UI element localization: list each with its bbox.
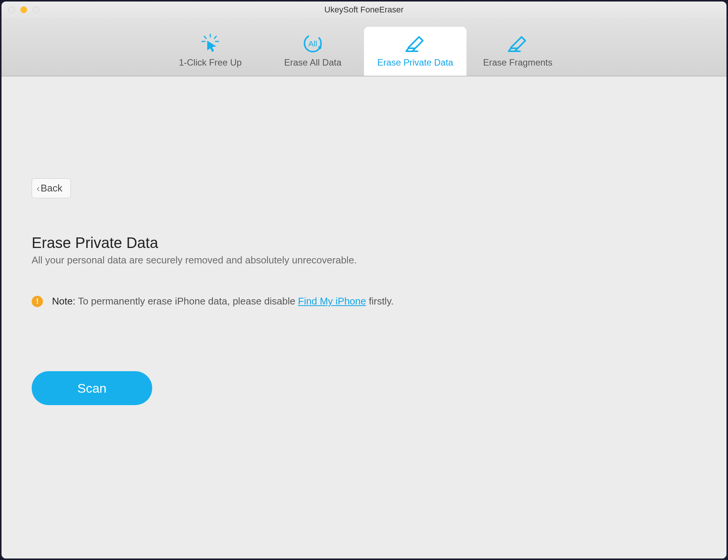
note-row: ! Note: To permanently erase iPhone data… [32, 295, 696, 307]
page-subtitle: All your personal data are securely remo… [32, 254, 696, 266]
tab-label: Erase All Data [284, 57, 341, 68]
main-content: ‹ Back Erase Private Data All your perso… [2, 76, 726, 558]
click-freeup-icon [200, 35, 221, 52]
back-button-label: Back [41, 182, 63, 194]
tab-erase-fragments[interactable]: Erase Fragments [466, 27, 569, 76]
page-heading: Erase Private Data [32, 234, 696, 251]
tabbar: 1-Click Free Up All Erase All Data Erase… [2, 18, 726, 76]
note-text: Note: To permanently erase iPhone data, … [52, 295, 394, 307]
titlebar: UkeySoft FoneEraser [2, 2, 726, 18]
back-button[interactable]: ‹ Back [32, 178, 71, 198]
tab-label: Erase Private Data [377, 57, 453, 68]
close-window-button[interactable] [8, 6, 15, 13]
svg-line-2 [214, 36, 216, 38]
erase-private-icon [405, 35, 426, 52]
warning-icon: ! [32, 296, 43, 307]
traffic-lights [8, 6, 39, 13]
tab-label: Erase Fragments [483, 57, 552, 68]
tab-1-click-free-up[interactable]: 1-Click Free Up [159, 27, 262, 76]
tab-erase-all-data[interactable]: All Erase All Data [262, 27, 364, 76]
app-window: UkeySoft FoneEraser 1-Click Free Up [2, 2, 726, 558]
tab-erase-private-data[interactable]: Erase Private Data [364, 27, 466, 76]
tab-label: 1-Click Free Up [179, 57, 242, 68]
note-label: Note: [52, 295, 75, 307]
find-my-iphone-link[interactable]: Find My iPhone [298, 295, 366, 307]
scan-button[interactable]: Scan [32, 371, 152, 405]
erase-all-icon: All [302, 35, 323, 52]
window-title: UkeySoft FoneEraser [8, 5, 720, 15]
chevron-left-icon: ‹ [37, 184, 40, 193]
erase-fragments-icon [507, 35, 528, 52]
svg-text:All: All [308, 39, 317, 48]
note-body-before: To permanently erase iPhone data, please… [75, 295, 298, 307]
svg-point-6 [318, 46, 321, 49]
maximize-window-button[interactable] [32, 6, 39, 13]
minimize-window-button[interactable] [20, 6, 27, 13]
note-body-after: firstly. [366, 295, 394, 307]
svg-line-1 [204, 36, 206, 38]
